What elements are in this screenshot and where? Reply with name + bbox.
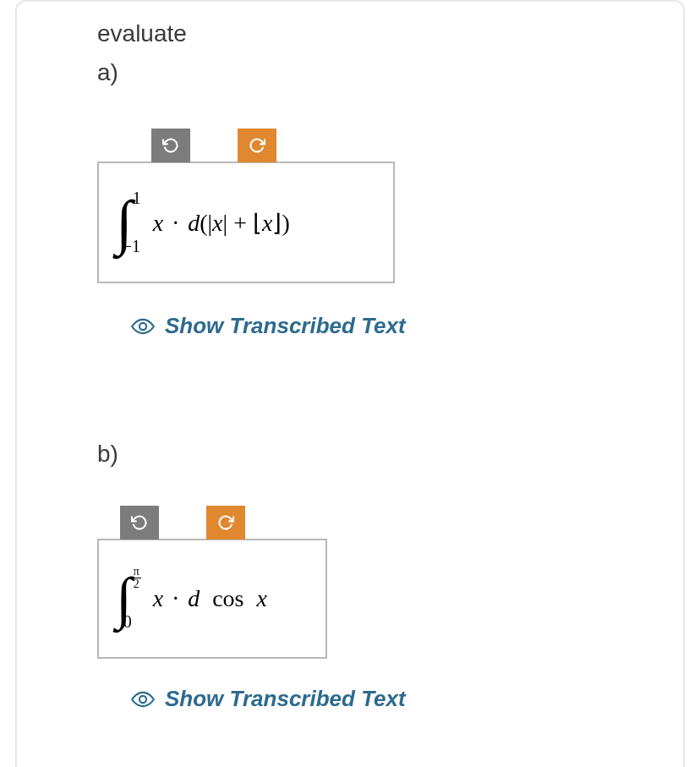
integral-expression-a: ∫ 1 −1 x · d(|x| + ⌊x⌋) bbox=[116, 189, 368, 256]
lower-bound: 0 bbox=[123, 612, 132, 632]
instruction-text: evaluate bbox=[97, 20, 683, 47]
integral-expression-b: ∫ π 2 0 x · d cos x bbox=[116, 566, 300, 632]
frac-denominator: 2 bbox=[132, 578, 141, 590]
svg-point-1 bbox=[139, 695, 146, 702]
lower-bound: −1 bbox=[123, 237, 140, 256]
rotate-cw-icon bbox=[217, 514, 234, 531]
upper-bound-frac: π 2 bbox=[132, 566, 141, 590]
rotate-ccw-icon bbox=[131, 514, 148, 531]
math-image-a: ∫ 1 −1 x · d(|x| + ⌊x⌋) bbox=[97, 162, 395, 283]
rotate-cw-button[interactable] bbox=[238, 129, 276, 162]
content-card: evaluate a) ∫ 1 bbox=[15, 0, 685, 767]
eye-icon bbox=[131, 691, 155, 708]
rotate-ccw-icon bbox=[162, 137, 179, 154]
image-controls-b bbox=[120, 506, 683, 540]
question-content: evaluate a) ∫ 1 bbox=[17, 20, 683, 712]
show-transcribed-text: Show Transcribed Text bbox=[165, 313, 406, 339]
part-a-label: a) bbox=[97, 59, 683, 86]
show-transcribed-link-a[interactable]: Show Transcribed Text bbox=[131, 313, 683, 339]
upper-bound: 1 bbox=[133, 189, 141, 208]
frac-numerator: π bbox=[132, 566, 141, 578]
integrand-a: x · d(|x| + ⌊x⌋) bbox=[153, 209, 290, 237]
svg-point-0 bbox=[139, 322, 146, 329]
integral-bounds: π 2 0 bbox=[125, 566, 141, 632]
math-image-b: ∫ π 2 0 x · d cos x bbox=[97, 539, 327, 659]
part-b-label: b) bbox=[97, 441, 683, 468]
rotate-ccw-button[interactable] bbox=[151, 129, 190, 162]
show-transcribed-text: Show Transcribed Text bbox=[165, 686, 406, 712]
integrand-b: x · d cos x bbox=[153, 585, 267, 612]
eye-icon bbox=[131, 318, 155, 335]
image-controls-a bbox=[151, 129, 683, 162]
rotate-cw-button[interactable] bbox=[206, 506, 245, 540]
rotate-ccw-button[interactable] bbox=[120, 506, 159, 540]
show-transcribed-link-b[interactable]: Show Transcribed Text bbox=[131, 686, 683, 712]
integral-bounds: 1 −1 bbox=[126, 189, 141, 256]
rotate-cw-icon bbox=[249, 137, 265, 154]
